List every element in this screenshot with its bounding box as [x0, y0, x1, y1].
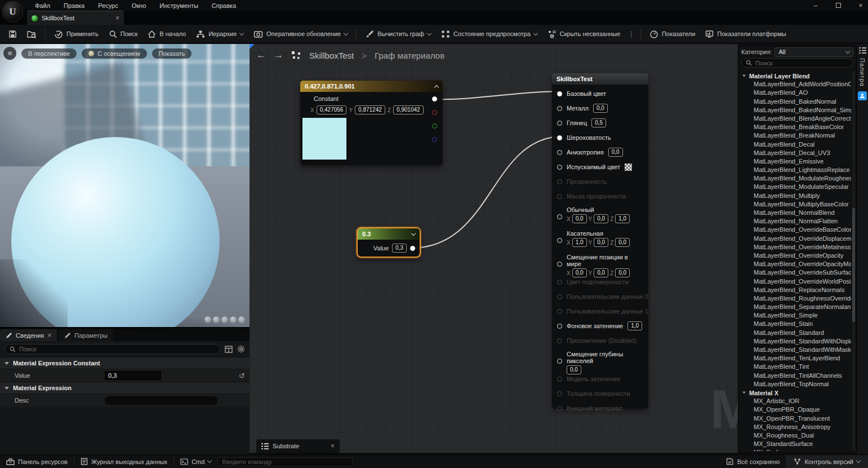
palette-item[interactable]: MatLayerBlend_OverrideOpacityMas	[740, 260, 851, 268]
collapse-chevron-icon[interactable]	[434, 85, 439, 89]
palette-item[interactable]: MatLayerBlend_BakedNormal	[740, 98, 851, 106]
stats-button[interactable]: Показатели	[644, 27, 700, 41]
palette-item[interactable]: MatLayerBlend_BreakNormal	[740, 131, 851, 140]
back-arrow-icon[interactable]: ←	[256, 50, 266, 61]
revision-control-button[interactable]: Контроль версий	[786, 455, 868, 468]
material-pin-row[interactable]: ОбычныйX0,0Y0,0Z1,0	[552, 204, 648, 227]
material-pin-row[interactable]: Толщина поверхности	[552, 386, 648, 401]
breadcrumb-asset[interactable]: SkillboxTest	[309, 51, 354, 60]
hierarchy-button[interactable]: Иерархия	[191, 27, 248, 41]
more-options-icon[interactable]: ⋮	[625, 30, 637, 38]
pin-vector-input[interactable]: 0,0	[572, 268, 587, 277]
palette-item[interactable]: MatLayerBlend_MultiplyBaseColor	[740, 200, 851, 209]
palette-item[interactable]: MX_Surface	[740, 448, 851, 451]
input-pin[interactable]	[557, 106, 562, 111]
material-result-node[interactable]: SkillboxTest Базовый цветМеталл0,0Глянец…	[552, 73, 648, 409]
tab-skillboxtest[interactable]: SkillboxTest ×	[27, 11, 124, 25]
palette-item[interactable]: MatLayerBlend_Simple	[740, 311, 851, 320]
constant-vector-node[interactable]: 0.427,0.871,0.901 Constant X 0,427056 Y …	[300, 81, 443, 165]
palette-scrollbar[interactable]	[852, 72, 855, 451]
palette-vertical-tab[interactable]: Палитра	[859, 58, 866, 87]
material-pin-row[interactable]: Испускаемый цвет	[552, 160, 648, 174]
palette-item[interactable]: MatLayerBlend_BreakBaseColor	[740, 123, 851, 131]
pin-vector-input[interactable]: 1,0	[615, 214, 630, 223]
hide-unrelated-button[interactable]: Скрыть несвязанные	[542, 27, 625, 41]
menu-item-1[interactable]: Правка	[58, 1, 90, 10]
output-log-button[interactable]: Журнал выходных данных	[74, 455, 173, 468]
browse-to-asset-button[interactable]	[22, 27, 42, 41]
palette-item[interactable]: MX_Roughness_Anisotropy	[740, 423, 851, 431]
details-tab-close-icon[interactable]: ×	[47, 332, 51, 339]
palette-item[interactable]: MatLayerBlend_ModulateRoughness	[740, 174, 851, 183]
palette-item[interactable]: MatLayerBlend_BlendAngleCorrected	[740, 114, 851, 123]
input-pin[interactable]	[557, 294, 562, 299]
palette-item[interactable]: MatLayerBlend_OverrideDisplaceme	[740, 235, 851, 243]
clean-graph-button[interactable]: Вычистить граф	[360, 27, 436, 41]
palette-item[interactable]: MX_OpenPBR_Translucent	[740, 414, 851, 423]
palette-item[interactable]: MatLayerBlend_Tint	[740, 363, 851, 371]
input-pin[interactable]	[557, 165, 562, 170]
palette-item[interactable]: MatLayerBlend_Emissive	[740, 157, 851, 166]
pin-vector-input[interactable]: 0,0	[572, 214, 587, 223]
palette-scrollbar-thumb[interactable]	[852, 208, 855, 322]
output-pin-g[interactable]	[432, 123, 437, 129]
scalar-output-pin[interactable]	[410, 246, 415, 251]
palette-item[interactable]: MatLayerBlend_Multiply	[740, 192, 851, 200]
unreal-logo-icon[interactable]: U	[2, 1, 23, 22]
input-pin[interactable]	[557, 150, 562, 155]
pin-value-input[interactable]: 1,0	[627, 321, 642, 330]
expand-chevron-icon[interactable]	[411, 231, 416, 236]
material-pin-row[interactable]: Анизотропия0,0	[552, 145, 648, 160]
palette-item[interactable]: MatLayerBlend_TenLayerBlend	[740, 354, 851, 363]
pin-vector-input[interactable]: 0,0	[594, 268, 608, 277]
maximize-button[interactable]	[834, 2, 842, 10]
input-pin[interactable]	[557, 359, 562, 364]
input-pin[interactable]	[557, 406, 562, 411]
apply-button[interactable]: Применить	[49, 27, 104, 41]
palette-item[interactable]: MatLayerBlend_NormalFlatten	[740, 217, 851, 226]
console-command-input[interactable]: Введите команду	[217, 457, 353, 466]
show-button[interactable]: Показать	[152, 48, 192, 59]
search-button[interactable]: Поиск	[104, 27, 143, 41]
material-pin-row[interactable]: Базовый цвет	[552, 86, 648, 101]
constant-node-header[interactable]: 0.427,0.871,0.901	[300, 81, 443, 92]
palette-search-input[interactable]: Поиск	[741, 58, 853, 68]
palette-item[interactable]: MatLayerBlend_OverrideMetalness	[740, 243, 851, 251]
tab-substrate[interactable]: Substrate ×	[256, 439, 340, 453]
material-pin-row[interactable]: Прозрачность	[552, 174, 648, 189]
input-pin[interactable]	[557, 194, 562, 199]
pin-value-input[interactable]: 0,0	[608, 148, 623, 157]
palette-group-header[interactable]: Material Layer Blend	[740, 72, 851, 80]
shape-cube-button[interactable]	[230, 316, 237, 323]
shape-sphere-button[interactable]	[213, 316, 220, 323]
value-property-input[interactable]: 0,3	[105, 371, 161, 380]
palette-tab-icon[interactable]	[859, 47, 866, 54]
settings-gear-icon[interactable]	[237, 345, 245, 353]
palette-item[interactable]: MatLayerBlend_TopNormal	[740, 380, 851, 388]
shape-custom-mesh-button[interactable]	[238, 316, 245, 323]
material-pin-row[interactable]: Пользовательские данные 0	[552, 289, 648, 304]
input-pin[interactable]	[557, 338, 562, 343]
palette-item[interactable]: MatLayerBlend_RoughnessOverride	[740, 294, 851, 303]
viewport-menu-icon[interactable]: ≡	[3, 47, 16, 60]
scalar-constant-node[interactable]: 0.3 Value 0,3	[357, 227, 421, 258]
palette-item[interactable]: MatLayerBlend_Stain	[740, 320, 851, 328]
cmd-dropdown[interactable]: Cmd	[174, 455, 217, 468]
palette-item[interactable]: MatLayerBlend_NormalBlend	[740, 209, 851, 217]
collab-badge-icon[interactable]	[858, 91, 867, 100]
palette-item[interactable]: MatLayerBlend_TintAllChannels	[740, 372, 851, 380]
input-pin[interactable]	[557, 377, 562, 382]
platform-stats-button[interactable]: Показатели платформы	[700, 27, 791, 41]
content-drawer-button[interactable]: Панель ресурсов	[0, 455, 74, 468]
lit-mode-button[interactable]: С освещением	[82, 48, 146, 59]
menu-item-5[interactable]: Справка	[206, 1, 242, 10]
palette-item[interactable]: MX_OpenPBR_Opaque	[740, 405, 851, 414]
pin-vector-input[interactable]: 1,0	[572, 238, 587, 247]
palette-item[interactable]: MatLayerBlend_AddWorldPositionOff	[740, 80, 851, 89]
save-status[interactable]: Всё сохранено	[720, 455, 786, 468]
tab-close-icon[interactable]: ×	[115, 14, 119, 22]
palette-item[interactable]: MX_Roughness_Dual	[740, 431, 851, 440]
palette-item[interactable]: MatLayerBlend_Decal_UV3	[740, 149, 851, 157]
output-pin-r[interactable]	[432, 110, 437, 115]
palette-item[interactable]: MatLayerBlend_SeparateNormaland	[740, 303, 851, 311]
